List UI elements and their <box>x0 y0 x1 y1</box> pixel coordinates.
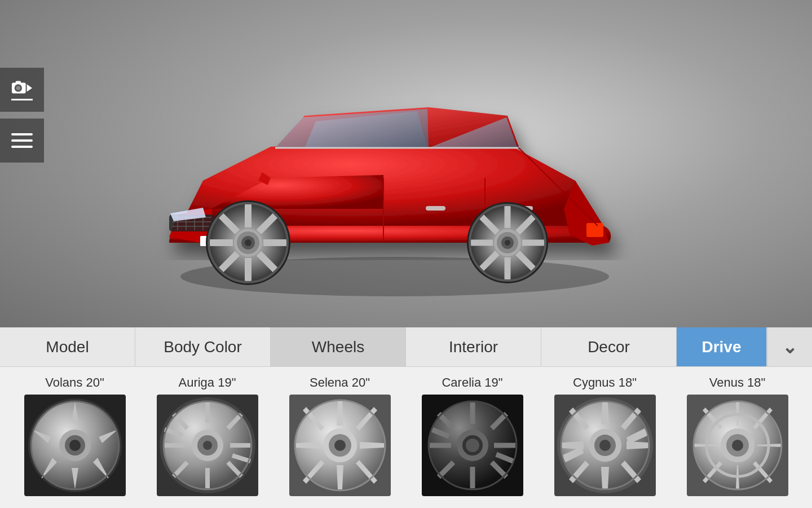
menu-line-1 <box>11 133 33 135</box>
wheel-item-selena[interactable]: Selena 20" <box>276 373 403 496</box>
wheel-label-selena: Selena 20" <box>310 375 370 390</box>
svg-rect-11 <box>586 223 603 237</box>
wheel-image-volans <box>24 395 126 496</box>
svg-point-2 <box>16 86 21 90</box>
tab-body-color[interactable]: Body Color <box>135 327 271 366</box>
wheel-label-auriga: Auriga 19" <box>179 375 236 390</box>
wheel-label-venus: Venus 18" <box>709 375 766 390</box>
menu-button[interactable] <box>0 119 44 163</box>
tab-overflow-button[interactable]: ⌄ <box>767 327 812 366</box>
wheel-image-venus <box>687 395 788 496</box>
wheel-label-volans: Volans 20" <box>45 375 104 390</box>
wheel-item-carelia[interactable]: Carelia 19" <box>409 373 536 496</box>
camera-button[interactable] <box>0 68 44 112</box>
menu-line-2 <box>11 139 33 142</box>
svg-point-28 <box>245 239 251 246</box>
svg-marker-4 <box>27 84 33 91</box>
tab-bar: Model Body Color Wheels Interior Decor D… <box>0 327 812 367</box>
svg-point-107 <box>599 440 611 451</box>
car-image: XF <box>113 34 677 305</box>
svg-point-75 <box>203 441 212 450</box>
tab-interior[interactable]: Interior <box>406 327 541 366</box>
wheel-label-cygnus: Cygnus 18" <box>573 375 637 390</box>
svg-point-115 <box>732 440 743 451</box>
tab-drive[interactable]: Drive <box>677 327 767 366</box>
wheel-image-auriga <box>157 395 258 496</box>
wheel-item-volans[interactable]: Volans 20" <box>11 373 138 496</box>
wheel-image-cygnus <box>554 395 656 496</box>
camera-icon-line <box>11 99 33 100</box>
car-display: XF <box>0 0 812 327</box>
wheel-item-auriga[interactable]: Auriga 19" <box>144 373 271 496</box>
chevron-down-icon: ⌄ <box>782 338 797 356</box>
tab-model[interactable]: Model <box>0 327 135 366</box>
svg-rect-3 <box>16 81 21 84</box>
wheel-image-selena <box>289 395 391 496</box>
tab-decor[interactable]: Decor <box>541 327 677 366</box>
svg-rect-9 <box>426 206 445 211</box>
svg-point-82 <box>334 440 346 451</box>
wheel-item-cygnus[interactable]: Cygnus 18" <box>541 373 668 496</box>
menu-line-3 <box>11 146 33 148</box>
wheel-item-venus[interactable]: Venus 18" <box>674 373 801 496</box>
svg-point-101 <box>466 439 479 452</box>
wheels-gallery: Volans 20" <box>0 367 812 508</box>
tab-wheels[interactable]: Wheels <box>271 327 406 366</box>
wheel-image-carelia <box>422 395 523 496</box>
svg-point-43 <box>505 240 510 246</box>
wheel-label-carelia: Carelia 19" <box>442 375 502 390</box>
svg-point-56 <box>69 440 81 451</box>
